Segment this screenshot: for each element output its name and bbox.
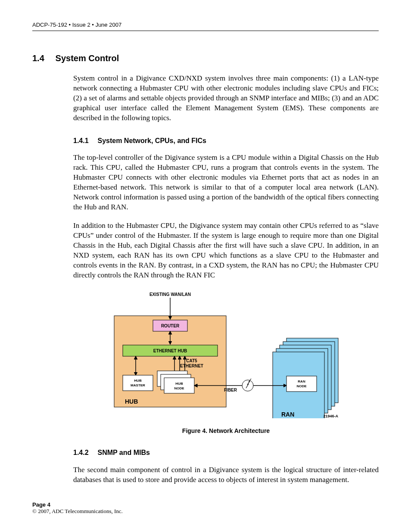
hub-label: HUB [125, 398, 138, 405]
figure-id: 21946-A [323, 414, 338, 418]
figure-caption: Figure 4. Network Architecture [73, 427, 379, 435]
intro-paragraph: System control in a Digivance CXD/NXD sy… [73, 74, 379, 123]
ethernet-hub-label: ETHERNET HUB [153, 348, 187, 353]
subsection-1-title: System Network, CPUs, and FICs [97, 137, 206, 144]
cat5-label-1: CAT5 [186, 358, 197, 363]
sub1-paragraph-1: The top-level controller of the Digivanc… [73, 153, 379, 212]
ran-node-label-1: RAN [298, 380, 305, 383]
subsection-1-heading: 1.4.1 System Network, CPUs, and FICs [73, 136, 379, 146]
ran-label: RAN [281, 411, 294, 418]
page-number: Page 4 [32, 501, 123, 508]
section-number: 1.4 [32, 53, 53, 63]
subsection-2-number: 1.4.2 [73, 448, 96, 457]
hub-master-label-2: MASTER [131, 383, 145, 387]
wan-label: EXISTING WAN/LAN [149, 292, 190, 297]
router-label: ROUTER [161, 324, 179, 328]
sub2-paragraph-1: The second main component of control in … [73, 465, 379, 485]
svg-rect-20 [286, 376, 317, 392]
hub-node-label-1: HUB [175, 382, 183, 386]
copyright: © 2007, ADC Telecommunications, Inc. [32, 508, 123, 515]
subsection-2-heading: 1.4.2 SNMP and MIBs [73, 448, 379, 457]
cat5-label-2: ETHERNET [180, 364, 203, 368]
section-heading: 1.4 System Control [32, 53, 379, 63]
hub-node-label-2: NODE [174, 386, 184, 390]
running-header: ADCP-75-192 • Issue 2 • June 2007 [32, 22, 379, 28]
figure-diagram: HUB RAN EXISTING WAN/LAN ROUTER ETHER [73, 289, 379, 421]
subsection-2-title: SNMP and MIBs [97, 449, 150, 456]
subsection-1-number: 1.4.1 [73, 136, 96, 146]
page-footer: Page 4 © 2007, ADC Telecommunications, I… [32, 501, 123, 515]
section-title: System Control [56, 53, 119, 63]
header-rule [32, 31, 379, 31]
ran-node-label-2: NODE [296, 384, 307, 388]
sub1-paragraph-2: In addition to the Hubmaster CPU, the Di… [73, 221, 379, 280]
hub-master-label-1: HUB [134, 379, 142, 383]
svg-rect-17 [164, 378, 194, 393]
fiber-label: FIBER [224, 388, 237, 392]
svg-rect-14 [123, 375, 153, 391]
